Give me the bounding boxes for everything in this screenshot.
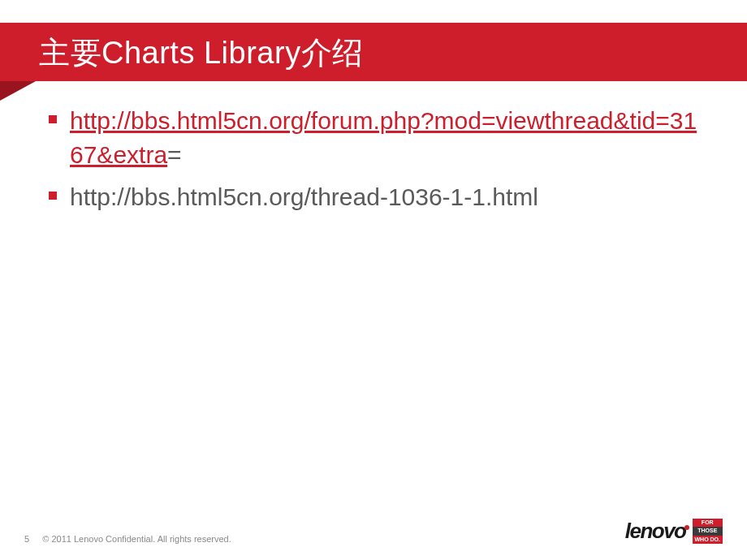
- lenovo-dot-icon: [684, 525, 689, 530]
- lenovo-logo: lenovo: [625, 519, 689, 544]
- slide-footer: 5 © 2011 Lenovo Confidential. All rights…: [24, 519, 723, 544]
- lenovo-tagline: FOR THOSE WHO DO.: [693, 519, 723, 543]
- footer-left: 5 © 2011 Lenovo Confidential. All rights…: [24, 534, 231, 544]
- content-area: http://bbs.html5cn.org/forum.php?mod=vie…: [49, 104, 698, 222]
- footer-right: lenovo FOR THOSE WHO DO.: [625, 519, 723, 544]
- tagline-line-1: FOR: [693, 519, 723, 527]
- title-band-skew: [0, 81, 36, 101]
- bullet-item: http://bbs.html5cn.org/forum.php?mod=vie…: [49, 104, 698, 172]
- bullet-item: http://bbs.html5cn.org/thread-1036-1-1.h…: [49, 180, 698, 214]
- bullet-text-1: http://bbs.html5cn.org/forum.php?mod=vie…: [70, 104, 698, 172]
- copyright-text: © 2011 Lenovo Confidential. All rights r…: [37, 534, 231, 544]
- bullet-marker-icon: [49, 115, 57, 123]
- tagline-line-2: THOSE: [693, 527, 723, 535]
- bullet-text-2: http://bbs.html5cn.org/thread-1036-1-1.h…: [70, 180, 538, 214]
- bullet-marker-icon: [49, 192, 57, 200]
- slide-title: 主要Charts Library介绍: [39, 32, 364, 74]
- bullet-link-1-trailing: =: [167, 141, 182, 168]
- bullet-link-1[interactable]: http://bbs.html5cn.org/forum.php?mod=vie…: [70, 107, 697, 168]
- page-number: 5: [24, 534, 29, 544]
- tagline-line-3: WHO DO.: [693, 536, 723, 544]
